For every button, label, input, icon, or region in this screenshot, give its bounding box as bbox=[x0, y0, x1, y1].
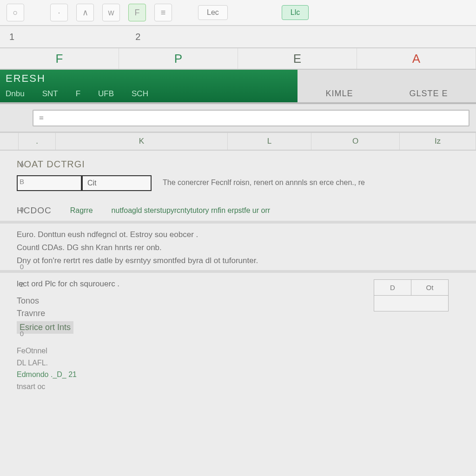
sheet-column-header: . K L O Iz bbox=[0, 133, 476, 151]
list-item-0[interactable]: Tonos bbox=[17, 296, 374, 306]
col-major-p[interactable]: P bbox=[119, 48, 238, 69]
sheet-content: A NOAT DCTRGI B Cit The conercrer Fecnlf… bbox=[0, 151, 476, 476]
input-right[interactable]: Cit bbox=[82, 175, 152, 191]
row-num-2[interactable]: 2 bbox=[17, 280, 27, 288]
formula-input[interactable] bbox=[33, 110, 469, 126]
formula-bar bbox=[0, 104, 476, 133]
row-num-0b[interactable]: 0 bbox=[17, 263, 27, 271]
qa-btn-4[interactable]: F bbox=[128, 4, 146, 21]
section-c: 2 lect ord Plc for ch squrouerc . Tonos … bbox=[14, 279, 467, 392]
qa-btn-3[interactable]: w bbox=[102, 4, 120, 21]
foot-1: DL LAFL. bbox=[17, 357, 374, 369]
mini-cell-0[interactable]: D bbox=[374, 280, 411, 296]
ribbon-tab-4[interactable]: SCH bbox=[132, 89, 148, 99]
doc-tab-1[interactable]: Llc bbox=[282, 5, 309, 20]
ribbon-right-0[interactable]: KIMLE bbox=[325, 89, 353, 99]
col-major-f[interactable]: F bbox=[0, 48, 119, 69]
section-a-desc2: nutfoagld sterstupyrcntytutory rnfin erp… bbox=[112, 205, 467, 216]
row-num-a[interactable]: A bbox=[17, 160, 27, 168]
para-0: Euro. Donttun eush ndfegncl ot. Estroy s… bbox=[17, 230, 467, 239]
row-num-0c[interactable]: 0 bbox=[17, 330, 27, 337]
ruler-mark-1: 1 bbox=[9, 32, 14, 42]
doc-tab-0[interactable]: Lec bbox=[198, 5, 228, 20]
section-a-title: NOAT DCTRGI bbox=[17, 159, 467, 170]
divider-2 bbox=[0, 270, 476, 273]
mini-cell-2[interactable] bbox=[374, 296, 449, 311]
mini-table: D Ot bbox=[374, 279, 449, 311]
col-major-e[interactable]: E bbox=[238, 48, 357, 69]
row-num-0a[interactable]: 0 bbox=[17, 205, 27, 213]
sheet-col-5[interactable]: Iz bbox=[400, 133, 476, 150]
row-num-b[interactable]: B bbox=[17, 178, 27, 185]
qa-btn-5[interactable]: ≡ bbox=[154, 4, 172, 21]
foot-2: Edmondo ._D_ 21 bbox=[17, 369, 374, 381]
code-value: Ragrre bbox=[70, 205, 93, 216]
ribbon-right-1[interactable]: GLSTE E bbox=[409, 89, 448, 99]
foot-3: tnsart oc bbox=[17, 381, 374, 393]
para-1: Countl CDAs. DG shn Kran hnrts rer onb. bbox=[17, 243, 467, 252]
mini-cell-1[interactable]: Ot bbox=[411, 280, 449, 296]
qa-btn-1[interactable]: · bbox=[50, 4, 68, 21]
input-pair: Cit bbox=[17, 175, 152, 191]
section-b: Euro. Donttun eush ndfegncl ot. Estroy s… bbox=[14, 230, 467, 265]
column-header-major: F P E A bbox=[0, 48, 476, 70]
ribbon-tab-0[interactable]: Dnbu bbox=[6, 89, 25, 99]
ribbon-tabs: Dnbu SNT F UFB SCH bbox=[6, 89, 292, 99]
sheet-col-4[interactable]: O bbox=[311, 133, 400, 150]
footer-block: FeOtnnel DL LAFL. Edmondo ._D_ 21 tnsart… bbox=[17, 345, 374, 392]
section-a: A NOAT DCTRGI B Cit The conercrer Fecnlf… bbox=[14, 159, 467, 216]
foot-0: FeOtnnel bbox=[17, 345, 374, 357]
ribbon-tab-1[interactable]: SNT bbox=[42, 89, 58, 99]
section-c-heading: lect ord Plc for ch squrouerc . bbox=[17, 279, 374, 289]
sheet-col-0[interactable] bbox=[0, 133, 19, 150]
col-major-a[interactable]: A bbox=[357, 48, 476, 69]
quick-access-toolbar: ○ · ∧ w F ≡ Lec Llc bbox=[0, 0, 476, 26]
sheet-col-1[interactable]: . bbox=[19, 133, 56, 150]
ribbon-right: KIMLE GLSTE E bbox=[298, 70, 476, 102]
mini-table-wrap: D Ot bbox=[374, 279, 467, 392]
ribbon-title: ERESH bbox=[6, 73, 292, 85]
ribbon-tab-3[interactable]: UFB bbox=[98, 89, 114, 99]
qa-btn-2[interactable]: ∧ bbox=[76, 4, 94, 21]
ribbon-tab-2[interactable]: F bbox=[76, 89, 80, 99]
ribbon-left: ERESH Dnbu SNT F UFB SCH bbox=[0, 70, 298, 102]
qa-btn-0[interactable]: ○ bbox=[7, 4, 24, 21]
ruler: 1 2 bbox=[0, 26, 476, 48]
ruler-mark-2: 2 bbox=[135, 32, 140, 42]
list-item-1[interactable]: Travnre bbox=[17, 309, 374, 318]
section-a-desc1: The conercrer Fecnlf roisn, renert on an… bbox=[163, 175, 467, 188]
sheet-col-3[interactable]: L bbox=[228, 133, 311, 150]
para-2: Dny ot fon're rertrt res datle by esrnty… bbox=[17, 256, 467, 265]
sheet-col-2[interactable]: K bbox=[56, 133, 228, 150]
ribbon: ERESH Dnbu SNT F UFB SCH KIMLE GLSTE E bbox=[0, 70, 476, 104]
divider-1 bbox=[0, 221, 476, 224]
